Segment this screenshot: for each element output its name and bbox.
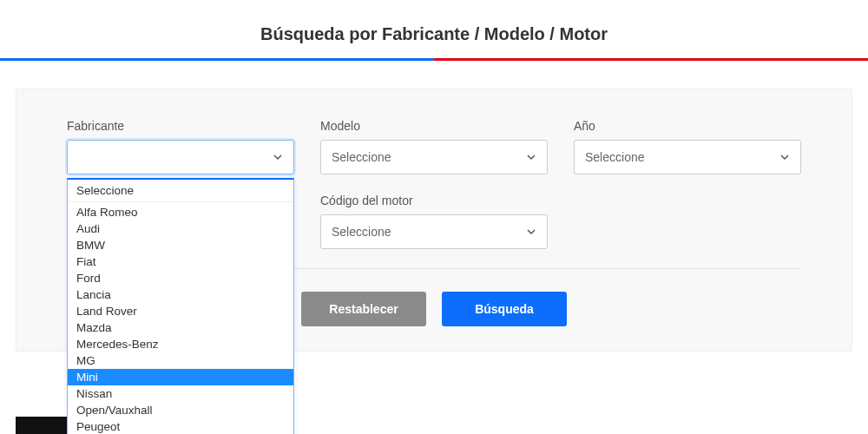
chevron-down-icon — [526, 152, 536, 162]
field-ano: Año Seleccione — [574, 119, 801, 174]
select-ano[interactable]: Seleccione — [574, 140, 801, 174]
accent-divider — [0, 58, 868, 61]
dropdown-option[interactable]: Peugeot — [68, 418, 293, 434]
chevron-down-icon — [273, 152, 283, 162]
dropdown-option[interactable]: Land Rover — [68, 303, 293, 319]
search-form-card: Fabricante SeleccioneAlfa RomeoAudiBMWFi… — [16, 89, 852, 352]
dropdown-option[interactable]: Nissan — [68, 385, 293, 402]
search-button[interactable]: Búsqueda — [442, 292, 567, 326]
field-motor: Código del motor Seleccione — [320, 194, 548, 249]
select-ano-value: Seleccione — [585, 150, 645, 164]
dropdown-option[interactable]: Open/Vauxhall — [68, 402, 293, 418]
label-fabricante: Fabricante — [67, 119, 294, 133]
label-modelo: Modelo — [320, 119, 548, 133]
field-modelo: Modelo Seleccione — [320, 119, 548, 174]
select-modelo-value: Seleccione — [332, 150, 391, 164]
dropdown-option[interactable]: Alfa Romeo — [68, 204, 293, 220]
dropdown-option[interactable]: Fiat — [68, 253, 293, 270]
dropdown-fabricante[interactable]: SeleccioneAlfa RomeoAudiBMWFiatFordLanci… — [67, 178, 294, 434]
footer-bar-fragment — [16, 417, 68, 434]
select-modelo[interactable]: Seleccione — [320, 140, 548, 174]
dropdown-option[interactable]: Mini — [68, 369, 293, 385]
chevron-down-icon — [779, 152, 790, 162]
label-motor: Código del motor — [320, 194, 548, 207]
dropdown-option-placeholder[interactable]: Seleccione — [68, 180, 293, 202]
dropdown-option[interactable]: Ford — [68, 270, 293, 286]
chevron-down-icon — [526, 227, 536, 237]
select-motor-value: Seleccione — [332, 225, 391, 239]
select-fabricante[interactable] — [67, 140, 294, 174]
dropdown-option[interactable]: BMW — [68, 237, 293, 253]
label-ano: Año — [574, 119, 801, 133]
dropdown-option[interactable]: Lancia — [68, 286, 293, 303]
dropdown-option[interactable]: Audi — [68, 220, 293, 237]
select-motor[interactable]: Seleccione — [320, 214, 548, 249]
dropdown-option[interactable]: MG — [68, 352, 293, 369]
dropdown-option[interactable]: Mercedes-Benz — [68, 336, 293, 352]
reset-button[interactable]: Restablecer — [301, 292, 426, 326]
field-fabricante: Fabricante SeleccioneAlfa RomeoAudiBMWFi… — [67, 119, 294, 174]
page-title: Búsqueda por Fabricante / Modelo / Motor — [0, 0, 868, 58]
dropdown-option[interactable]: Mazda — [68, 319, 293, 336]
